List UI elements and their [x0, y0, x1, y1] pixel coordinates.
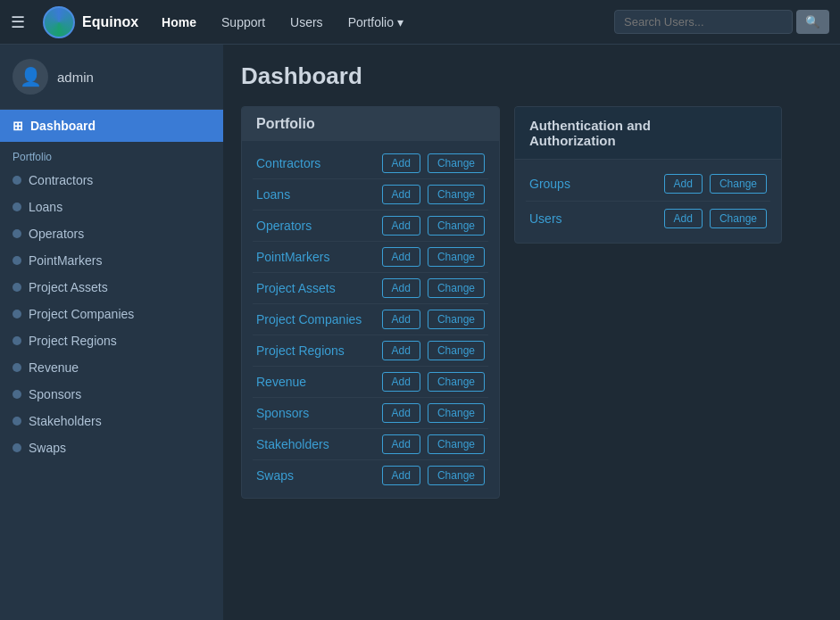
swaps-change-button[interactable]: Change [428, 466, 485, 485]
portfolio-row-revenue: Revenue Add Change [253, 367, 488, 398]
page-title: Dashboard [241, 62, 822, 90]
portfolio-panel-body: Contractors Add Change Loans Add Change … [242, 141, 499, 498]
contractors-change-button[interactable]: Change [428, 153, 485, 173]
search-area: 🔍 [614, 10, 829, 34]
project-companies-change-button[interactable]: Change [428, 310, 485, 329]
contractors-link[interactable]: Contractors [256, 156, 375, 170]
sponsors-add-button[interactable]: Add [382, 403, 420, 423]
panels: Portfolio Contractors Add Change Loans A… [241, 106, 822, 499]
layout: 👤 admin ⊞ Dashboard Portfolio Contractor… [0, 45, 840, 620]
loans-change-button[interactable]: Change [428, 185, 485, 204]
portfolio-row-operators: Operators Add Change [253, 211, 488, 242]
portfolio-panel-header: Portfolio [242, 107, 499, 141]
auth-row-users: Users Add Change [526, 202, 770, 236]
sponsors-change-button[interactable]: Change [428, 403, 485, 423]
search-input[interactable] [614, 10, 793, 34]
hamburger-icon[interactable]: ☰ [11, 12, 25, 32]
brand-logo [43, 6, 75, 38]
dropdown-chevron-icon: ▾ [397, 15, 403, 29]
nav-home[interactable]: Home [153, 10, 205, 35]
sidebar-dot [12, 390, 21, 399]
nav-portfolio[interactable]: Portfolio ▾ [339, 10, 412, 35]
sidebar-dot [12, 176, 21, 185]
brand: Equinox [43, 6, 138, 38]
sidebar-item-loans[interactable]: Loans [0, 194, 223, 220]
nav-support[interactable]: Support [212, 10, 274, 35]
sidebar-item-operators[interactable]: Operators [0, 220, 223, 247]
auth-panel: Authentication and Authorization Groups … [514, 106, 782, 244]
dashboard-icon: ⊞ [12, 119, 23, 133]
auth-panel-body: Groups Add Change Users Add Change [515, 160, 781, 243]
project-assets-link[interactable]: Project Assets [256, 281, 375, 295]
sidebar-item-project-companies[interactable]: Project Companies [0, 301, 223, 327]
sidebar-dot [12, 417, 21, 426]
auth-panel-header: Authentication and Authorization [515, 107, 781, 160]
avatar: 👤 [12, 59, 48, 95]
sidebar: 👤 admin ⊞ Dashboard Portfolio Contractor… [0, 45, 223, 620]
nav-users[interactable]: Users [281, 10, 332, 35]
portfolio-panel: Portfolio Contractors Add Change Loans A… [241, 106, 500, 499]
sidebar-dot [12, 363, 21, 372]
project-regions-change-button[interactable]: Change [428, 341, 485, 360]
portfolio-row-project-assets: Project Assets Add Change [253, 273, 488, 304]
groups-link[interactable]: Groups [529, 177, 657, 191]
sidebar-dot [12, 256, 21, 265]
users-change-button[interactable]: Change [710, 209, 767, 228]
contractors-add-button[interactable]: Add [382, 153, 420, 173]
loans-add-button[interactable]: Add [382, 185, 420, 204]
sidebar-item-sponsors[interactable]: Sponsors [0, 381, 223, 408]
project-assets-change-button[interactable]: Change [428, 278, 485, 298]
groups-add-button[interactable]: Add [664, 174, 703, 194]
revenue-change-button[interactable]: Change [428, 372, 485, 392]
auth-row-groups: Groups Add Change [526, 167, 770, 202]
sidebar-section-label: Portfolio [0, 142, 223, 167]
portfolio-row-stakeholders: Stakeholders Add Change [253, 429, 488, 460]
operators-change-button[interactable]: Change [428, 216, 485, 236]
portfolio-row-swaps: Swaps Add Change [253, 460, 488, 491]
sidebar-dot [12, 283, 21, 292]
sidebar-item-pointmarkers[interactable]: PointMarkers [0, 247, 223, 274]
sidebar-item-contractors[interactable]: Contractors [0, 167, 223, 194]
project-companies-link[interactable]: Project Companies [256, 312, 375, 327]
pointmarkers-add-button[interactable]: Add [382, 247, 420, 267]
sidebar-username: admin [57, 70, 94, 85]
sidebar-item-swaps[interactable]: Swaps [0, 434, 223, 461]
sidebar-dot [12, 229, 21, 238]
sidebar-item-revenue[interactable]: Revenue [0, 354, 223, 381]
search-button[interactable]: 🔍 [796, 10, 829, 34]
project-regions-link[interactable]: Project Regions [256, 343, 375, 358]
operators-link[interactable]: Operators [256, 219, 375, 233]
swaps-add-button[interactable]: Add [382, 466, 420, 485]
users-add-button[interactable]: Add [664, 209, 703, 228]
portfolio-row-project-regions: Project Regions Add Change [253, 335, 488, 367]
stakeholders-change-button[interactable]: Change [428, 434, 485, 454]
sidebar-dot [12, 443, 21, 452]
portfolio-row-contractors: Contractors Add Change [253, 148, 488, 179]
sidebar-dashboard[interactable]: ⊞ Dashboard [0, 110, 223, 142]
revenue-link[interactable]: Revenue [256, 375, 375, 389]
swaps-link[interactable]: Swaps [256, 468, 375, 483]
operators-add-button[interactable]: Add [382, 216, 420, 236]
portfolio-row-loans: Loans Add Change [253, 179, 488, 211]
sidebar-item-project-assets[interactable]: Project Assets [0, 274, 223, 301]
loans-link[interactable]: Loans [256, 187, 375, 202]
stakeholders-add-button[interactable]: Add [382, 434, 420, 454]
sidebar-item-stakeholders[interactable]: Stakeholders [0, 408, 223, 434]
pointmarkers-change-button[interactable]: Change [428, 247, 485, 267]
portfolio-row-project-companies: Project Companies Add Change [253, 304, 488, 335]
stakeholders-link[interactable]: Stakeholders [256, 437, 375, 451]
sidebar-dot [12, 336, 21, 345]
sidebar-item-project-regions[interactable]: Project Regions [0, 327, 223, 354]
portfolio-row-sponsors: Sponsors Add Change [253, 398, 488, 429]
sponsors-link[interactable]: Sponsors [256, 406, 375, 420]
groups-change-button[interactable]: Change [710, 174, 767, 194]
portfolio-row-pointmarkers: PointMarkers Add Change [253, 242, 488, 273]
project-regions-add-button[interactable]: Add [382, 341, 420, 360]
project-assets-add-button[interactable]: Add [382, 278, 420, 298]
brand-name: Equinox [82, 14, 138, 30]
users-link[interactable]: Users [529, 211, 657, 226]
project-companies-add-button[interactable]: Add [382, 310, 420, 329]
pointmarkers-link[interactable]: PointMarkers [256, 250, 375, 264]
main-content: Dashboard Portfolio Contractors Add Chan… [223, 45, 840, 620]
revenue-add-button[interactable]: Add [382, 372, 420, 392]
